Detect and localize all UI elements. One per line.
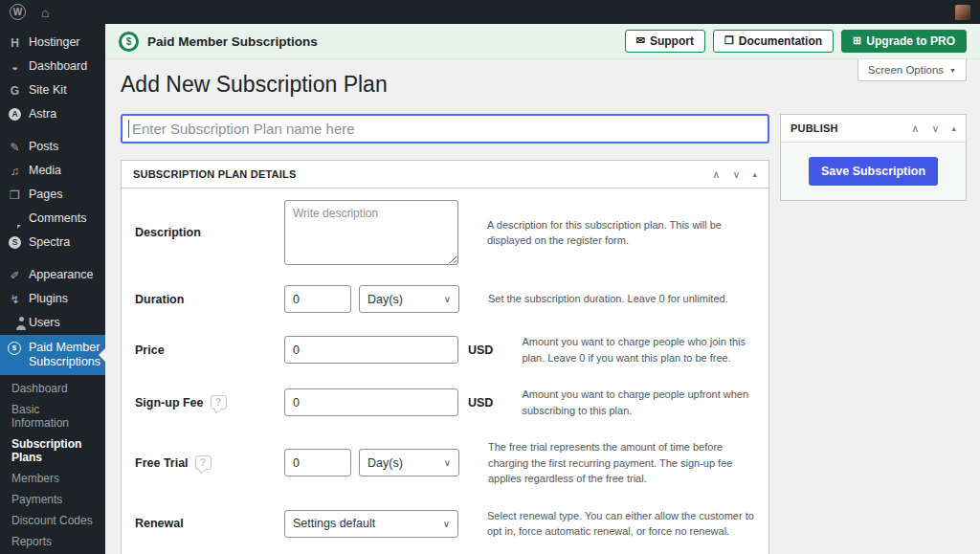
editor-column: SUBSCRIPTION PLAN DETAILS ∧ ∨ ▴ Descript… — [121, 114, 769, 554]
sidebar-item-astra[interactable]: A Astra — [0, 102, 105, 126]
wordpress-logo-icon[interactable]: W — [10, 4, 26, 20]
submenu-item-basic-information[interactable]: Basic Information — [0, 399, 105, 433]
sidebar-item-label: Hostinger — [29, 35, 80, 50]
spectra-icon: S — [8, 236, 22, 249]
sidebar-item-paid-member-subscriptions[interactable]: $ Paid Member Subscriptions — [0, 335, 105, 375]
user-avatar[interactable] — [955, 5, 970, 20]
chevron-down-icon: ▼ — [949, 67, 956, 74]
upgrade-box-icon: ⊞ — [853, 35, 861, 46]
dashboard-icon: ◒ — [8, 61, 22, 73]
plugin-header-buttons: ✉ Support ❐ Documentation ⊞ Upgrade to P… — [625, 30, 967, 53]
duration-input[interactable] — [284, 285, 351, 313]
publish-panel-body: Save Subscription — [781, 142, 966, 200]
sidebar-item-label: Dashboard — [29, 59, 87, 74]
sidebar-item-appearance[interactable]: ✐ Appearance — [0, 263, 105, 287]
renewal-row: Renewal Settings default ∨ Select renewa… — [133, 498, 757, 550]
sidebar-item-label: Users — [29, 316, 60, 330]
publish-column: PUBLISH ∧ ∨ ▴ Save Subscription — [780, 114, 967, 201]
free-trial-help: The free trial represents the amount of … — [488, 439, 755, 487]
save-subscription-button[interactable]: Save Subscription — [809, 157, 938, 186]
documentation-button[interactable]: ❐ Documentation — [713, 30, 834, 53]
wp-admin-bar: W ⌂ — [0, 0, 980, 24]
price-input[interactable] — [284, 336, 458, 364]
move-up-icon[interactable]: ∧ — [712, 169, 720, 180]
home-icon[interactable]: ⌂ — [41, 6, 49, 19]
submenu-item-subscription-plans[interactable]: Subscription Plans — [0, 433, 105, 468]
sidebar-item-spectra[interactable]: S Spectra — [0, 231, 105, 255]
sidebar-separator — [0, 126, 105, 135]
upgrade-to-pro-button[interactable]: ⊞ Upgrade to PRO — [841, 30, 967, 53]
subscription-plan-details-panel: SUBSCRIPTION PLAN DETAILS ∧ ∨ ▴ Descript… — [121, 160, 769, 554]
duration-help: Set the subscription duration. Leave 0 f… — [488, 291, 755, 307]
pushpin-icon: ✎ — [8, 142, 22, 153]
documentation-button-label: Documentation — [739, 34, 822, 48]
plan-name-input[interactable] — [121, 114, 769, 144]
comment-bubble-icon — [8, 213, 22, 225]
support-button[interactable]: ✉ Support — [625, 30, 705, 53]
publish-panel-header: PUBLISH ∧ ∨ ▴ — [781, 115, 966, 142]
move-up-icon[interactable]: ∧ — [911, 123, 919, 134]
collapse-toggle-icon[interactable]: ▴ — [951, 124, 956, 133]
chevron-down-icon: ∨ — [443, 519, 450, 529]
sidebar-item-label: Pages — [29, 188, 62, 202]
signup-fee-label: Sign-up Fee — [135, 396, 204, 410]
chevron-down-icon: ∨ — [444, 294, 451, 304]
renewal-selected-value: Settings default — [293, 517, 375, 530]
upgrade-button-label: Upgrade to PRO — [866, 34, 955, 48]
sidebar-item-label: Astra — [29, 107, 56, 122]
help-tooltip-icon[interactable]: ? — [195, 455, 212, 470]
pms-submenu: Dashboard Basic Information Subscription… — [0, 375, 105, 554]
help-tooltip-icon[interactable]: ? — [211, 395, 227, 410]
move-down-icon[interactable]: ∨ — [931, 123, 939, 134]
panel-header: SUBSCRIPTION PLAN DETAILS ∧ ∨ ▴ — [122, 161, 768, 188]
submenu-item-members[interactable]: Members — [0, 468, 105, 489]
sidebar-item-posts[interactable]: ✎ Posts — [0, 135, 105, 159]
sidebar-item-media[interactable]: ♫ Media — [0, 159, 105, 183]
envelope-icon: ✉ — [636, 35, 645, 46]
duration-row: Duration Day(s) ∨ Set the subscription d… — [133, 275, 757, 323]
screen-options-label: Screen Options — [868, 64, 944, 76]
screen-options-button[interactable]: Screen Options ▼ — [858, 59, 967, 81]
appearance-brush-icon: ✐ — [8, 270, 22, 281]
publish-panel: PUBLISH ∧ ∨ ▴ Save Subscription — [780, 114, 967, 201]
text-cursor — [128, 120, 129, 138]
move-down-icon[interactable]: ∨ — [732, 169, 740, 180]
submenu-item-reports[interactable]: Reports — [0, 531, 105, 552]
page-content: Screen Options ▼ Add New Subscription Pl… — [105, 59, 980, 554]
signup-fee-row: Sign-up Fee ? USD Amount you want to cha… — [133, 376, 757, 429]
renewal-label: Renewal — [135, 517, 284, 530]
users-icon — [8, 318, 22, 329]
free-trial-unit-select[interactable]: Day(s) ∨ — [359, 449, 459, 476]
renewal-select[interactable]: Settings default ∨ — [284, 510, 458, 538]
collapse-toggle-icon[interactable]: ▴ — [752, 170, 757, 179]
sidebar-item-comments[interactable]: Comments — [0, 207, 105, 231]
sidebar-item-site-kit[interactable]: G Site Kit — [0, 78, 105, 102]
description-help: A description for this subscription plan… — [487, 217, 755, 249]
sidebar-item-label: Paid Member Subscriptions — [29, 341, 100, 369]
sidebar-item-hostinger[interactable]: H Hostinger — [0, 31, 105, 55]
plugin-title: Paid Member Subscriptions — [147, 34, 318, 49]
submenu-item-payments[interactable]: Payments — [0, 489, 105, 510]
panel-body: Description A description for this subsc… — [122, 188, 768, 554]
sidebar-item-users[interactable]: Users — [0, 311, 105, 335]
description-textarea[interactable] — [284, 200, 458, 265]
pages-icon: ❐ — [8, 189, 22, 201]
sidebar-item-pages[interactable]: ❐ Pages — [0, 183, 105, 207]
hostinger-icon: H — [8, 37, 22, 49]
renewal-help: Select renewal type. You can either allo… — [487, 508, 755, 540]
sidebar-item-plugins[interactable]: ↯ Plugins — [0, 287, 105, 311]
submenu-item-dashboard[interactable]: Dashboard — [0, 378, 105, 399]
page-title: Add New Subscription Plan — [121, 72, 967, 98]
pms-logo-icon: $ — [8, 342, 22, 355]
signup-fee-input[interactable] — [284, 388, 458, 416]
sidebar-item-label: Media — [29, 164, 61, 178]
media-icon: ♫ — [8, 166, 22, 177]
free-trial-input[interactable] — [284, 449, 351, 476]
submenu-item-discount-codes[interactable]: Discount Codes — [0, 510, 105, 531]
sidebar-item-dashboard[interactable]: ◒ Dashboard — [0, 55, 105, 78]
sidebar-separator — [0, 255, 105, 263]
duration-unit-select[interactable]: Day(s) ∨ — [359, 285, 459, 313]
description-label: Description — [135, 226, 284, 239]
price-row: Price USD Amount you want to charge peop… — [133, 323, 757, 376]
support-button-label: Support — [650, 34, 694, 48]
